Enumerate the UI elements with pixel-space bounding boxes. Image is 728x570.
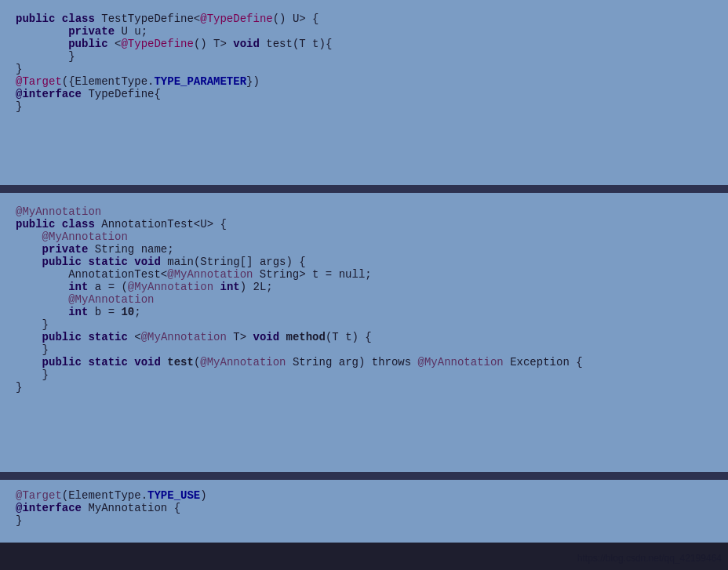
code-line: @interface TypeDefine{ bbox=[16, 88, 712, 100]
code-line: public class TestTypeDefine<@TypeDefine(… bbox=[16, 13, 712, 25]
code-line: } bbox=[16, 514, 712, 527]
code-line: @MyAnnotation bbox=[16, 231, 712, 243]
code-line: private U u; bbox=[16, 25, 712, 38]
code-line: @MyAnnotation bbox=[16, 205, 712, 218]
code-line: } bbox=[16, 343, 712, 356]
code-block-1: public class TestTypeDefine<@TypeDefine(… bbox=[0, 0, 728, 188]
code-line: private String name; bbox=[16, 243, 712, 256]
code-line: } bbox=[16, 369, 712, 381]
code-line: @Target({ElementType.TYPE_PARAMETER}) bbox=[16, 75, 712, 88]
code-line: AnnotationTest<@MyAnnotation String> t =… bbox=[16, 268, 712, 281]
code-line: @Target(ElementType.TYPE_USE) bbox=[16, 489, 712, 502]
code-line: public static void main(String[] args) { bbox=[16, 256, 712, 268]
code-line: int b = 10; bbox=[16, 306, 712, 318]
code-line: } bbox=[16, 50, 712, 63]
code-line: @interface MyAnnotation { bbox=[16, 502, 712, 514]
code-line: public <@TypeDefine() T> void test(T t){ bbox=[16, 38, 712, 50]
code-line: } bbox=[16, 381, 712, 394]
code-block-3: @Target(ElementType.TYPE_USE) @interface… bbox=[0, 480, 728, 543]
code-line: } bbox=[16, 318, 712, 331]
code-line: public static <@MyAnnotation T> void met… bbox=[16, 331, 712, 343]
code-line: public class AnnotationTest<U> { bbox=[16, 218, 712, 231]
watermark: https://blog.csdn.net/qq_42199464 bbox=[577, 553, 722, 564]
code-line: @MyAnnotation bbox=[16, 293, 712, 306]
code-line: } bbox=[16, 63, 712, 75]
code-line: } bbox=[16, 100, 712, 113]
code-line: int a = (@MyAnnotation int) 2L; bbox=[16, 281, 712, 293]
code-line: public static void test(@MyAnnotation St… bbox=[16, 356, 712, 369]
code-block-2: @MyAnnotation public class AnnotationTes… bbox=[0, 193, 728, 475]
